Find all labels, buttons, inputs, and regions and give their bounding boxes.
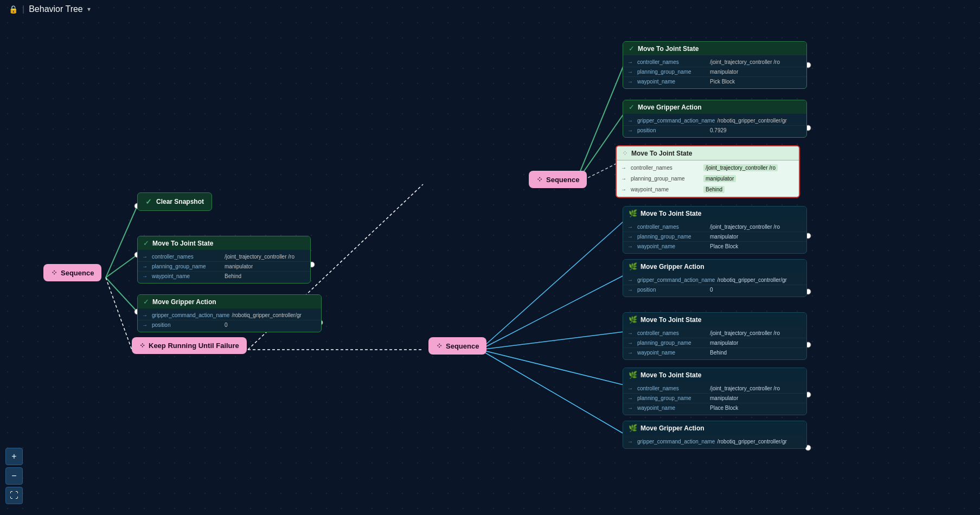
move-gripper-left-title: Move Gripper Action bbox=[152, 298, 216, 306]
card-row: → position 0.7929 bbox=[623, 126, 806, 135]
card-row: → planning_group_name manipulator bbox=[623, 338, 806, 348]
sequence-right-node[interactable]: ⁘ Sequence bbox=[428, 337, 486, 355]
card-row: → gripper_command_action_name /robotiq_g… bbox=[623, 437, 806, 446]
running-icon-6: 🌿 bbox=[629, 371, 637, 379]
card-row: → controller_names /joint_trajectory_con… bbox=[623, 222, 806, 232]
canvas: ⁘ Sequence ✓ Clear Snapshot ✓ Move To Jo… bbox=[0, 22, 980, 515]
seq-right-label: Sequence bbox=[446, 342, 479, 350]
card-row: → controller_names /joint_trajectory_con… bbox=[623, 57, 806, 67]
zoom-in-button[interactable]: + bbox=[5, 448, 23, 465]
clear-snapshot-node[interactable]: ✓ Clear Snapshot bbox=[137, 192, 212, 211]
card-row: → waypoint_name Pick Block bbox=[623, 77, 806, 86]
card-row: → gripper_command_action_name /robotiq_g… bbox=[623, 275, 806, 285]
zoom-controls: + − ⛶ bbox=[5, 448, 23, 504]
card-right-5[interactable]: 🌿 Move To Joint State → controller_names… bbox=[623, 312, 807, 360]
card-row: → waypoint_name Behind bbox=[138, 272, 310, 281]
card-r7-title: Move Gripper Action bbox=[640, 424, 704, 432]
spinner-icon: ⁘ bbox=[622, 149, 628, 157]
card-row: → planning_group_name manipulator bbox=[138, 262, 310, 272]
card-r5-title: Move To Joint State bbox=[640, 316, 701, 324]
main-sequence-node[interactable]: ⁘ Sequence bbox=[43, 264, 101, 281]
card-tr2-title: Move Gripper Action bbox=[638, 104, 702, 111]
card-row: → waypoint_name Behind bbox=[623, 348, 806, 357]
svg-line-2 bbox=[106, 278, 137, 312]
check-icon-3: ✓ bbox=[143, 298, 149, 306]
move-joint-left-title: Move To Joint State bbox=[152, 240, 213, 247]
card-right-7[interactable]: 🌿 Move Gripper Action → gripper_command_… bbox=[623, 421, 807, 449]
chevron-down-icon[interactable]: ▾ bbox=[87, 5, 91, 13]
sequence-mid-node[interactable]: ⁘ Sequence bbox=[529, 171, 587, 188]
running-icon-7: 🌿 bbox=[629, 424, 637, 432]
keep-running-icon: ⁘ bbox=[139, 342, 145, 350]
card-right-3[interactable]: 🌿 Move To Joint State → controller_names… bbox=[623, 206, 807, 254]
card-row: → planning_group_name manipulator bbox=[623, 394, 806, 403]
card-row: → planning_group_name manipulator bbox=[623, 67, 806, 77]
fit-button[interactable]: ⛶ bbox=[5, 487, 23, 504]
move-joint-left-card[interactable]: ✓ Move To Joint State → controller_names… bbox=[137, 236, 311, 284]
card-row: → position 0 bbox=[138, 320, 321, 330]
page-title: Behavior Tree bbox=[29, 4, 83, 14]
card-r3-title: Move To Joint State bbox=[640, 210, 701, 217]
card-sel-title: Move To Joint State bbox=[631, 150, 692, 157]
card-row: → waypoint_name Place Block bbox=[623, 242, 806, 251]
main-sequence-label: Sequence bbox=[61, 269, 94, 277]
check-icon-2: ✓ bbox=[143, 239, 149, 247]
seq-mid-label: Sequence bbox=[546, 176, 579, 184]
card-top-right-2[interactable]: ✓ Move Gripper Action → gripper_command_… bbox=[623, 100, 807, 138]
card-top-right-1[interactable]: ✓ Move To Joint State → controller_names… bbox=[623, 41, 807, 89]
keep-running-label: Keep Running Until Failure bbox=[149, 342, 239, 350]
svg-line-12 bbox=[480, 350, 624, 385]
card-row: → planning_group_name manipulator bbox=[623, 232, 806, 242]
seq-right-icon: ⁘ bbox=[436, 342, 443, 350]
card-row: → gripper_command_action_name /robotiq_g… bbox=[623, 116, 806, 126]
card-r6-title: Move To Joint State bbox=[640, 371, 701, 379]
move-gripper-left-card[interactable]: ✓ Move Gripper Action → gripper_command_… bbox=[137, 294, 322, 332]
card-row: → controller_names /joint_trajectory_con… bbox=[617, 163, 799, 173]
card-row: → gripper_command_action_name /robotiq_g… bbox=[138, 311, 321, 320]
card-right-4[interactable]: 🌿 Move Gripper Action → gripper_command_… bbox=[623, 259, 807, 297]
running-icon-4: 🌿 bbox=[629, 262, 637, 271]
svg-line-10 bbox=[480, 275, 624, 350]
card-r4-title: Move Gripper Action bbox=[640, 263, 704, 271]
card-row: → controller_names /joint_trajectory_con… bbox=[138, 252, 310, 262]
card-row: → controller_names /joint_trajectory_con… bbox=[623, 329, 806, 338]
running-icon-5: 🌿 bbox=[629, 316, 637, 324]
lock-icon: 🔒 bbox=[9, 5, 18, 14]
svg-line-11 bbox=[480, 332, 624, 350]
card-row: → planning_group_name manipulator bbox=[617, 173, 799, 184]
card-tr1-title: Move To Joint State bbox=[638, 45, 699, 53]
card-row: → waypoint_name Behind bbox=[617, 184, 799, 195]
check-icon-tr2: ✓ bbox=[629, 103, 635, 111]
card-row: → waypoint_name Place Block bbox=[623, 403, 806, 413]
svg-line-1 bbox=[106, 255, 137, 278]
clear-snapshot-label: Clear Snapshot bbox=[156, 198, 204, 205]
svg-line-13 bbox=[480, 350, 624, 434]
seq-mid-icon: ⁘ bbox=[536, 175, 543, 184]
keep-running-node[interactable]: ⁘ Keep Running Until Failure bbox=[132, 337, 247, 354]
svg-line-9 bbox=[480, 221, 624, 350]
card-right-6[interactable]: 🌿 Move To Joint State → controller_names… bbox=[623, 368, 807, 415]
card-row: → position 0 bbox=[623, 285, 806, 294]
sequence-icon: ⁘ bbox=[51, 268, 57, 277]
zoom-out-button[interactable]: − bbox=[5, 467, 23, 485]
svg-line-3 bbox=[106, 278, 132, 350]
card-row: → controller_names /joint_trajectory_con… bbox=[623, 384, 806, 394]
check-icon: ✓ bbox=[145, 197, 152, 206]
running-icon-3: 🌿 bbox=[629, 209, 637, 217]
check-icon-tr1: ✓ bbox=[629, 44, 635, 53]
header: 🔒 | Behavior Tree ▾ bbox=[0, 0, 99, 18]
card-selected[interactable]: ⁘ Move To Joint State → controller_names… bbox=[616, 145, 800, 198]
svg-line-0 bbox=[106, 206, 137, 278]
